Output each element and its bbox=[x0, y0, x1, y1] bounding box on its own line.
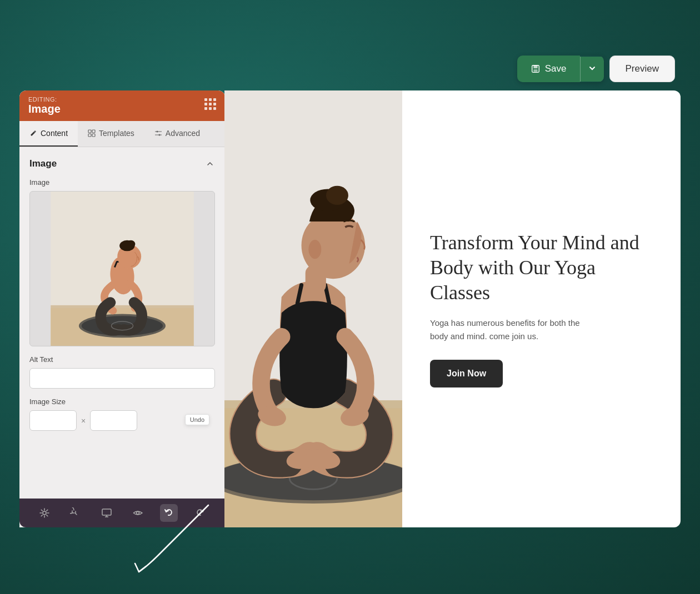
pencil-icon bbox=[29, 129, 37, 137]
svg-rect-1 bbox=[533, 66, 537, 68]
svg-point-41 bbox=[326, 186, 348, 205]
svg-point-27 bbox=[137, 512, 139, 515]
image-width-input[interactable] bbox=[29, 410, 77, 431]
svg-rect-4 bbox=[92, 130, 95, 133]
svg-point-42 bbox=[308, 240, 321, 259]
tab-content[interactable]: Content bbox=[19, 121, 78, 147]
desktop-icon-btn[interactable] bbox=[98, 504, 116, 522]
svg-rect-24 bbox=[102, 509, 111, 515]
tab-advanced-label: Advanced bbox=[166, 129, 200, 138]
main-content: EDITING: Image Content bbox=[19, 90, 681, 527]
preview-button[interactable]: Preview bbox=[609, 56, 675, 82]
tab-content-label: Content bbox=[41, 129, 68, 138]
grid-icon bbox=[204, 98, 216, 110]
undo-tooltip: Undo bbox=[185, 414, 209, 425]
templates-icon bbox=[88, 129, 96, 137]
tab-templates[interactable]: Templates bbox=[78, 121, 144, 147]
section-title: Image bbox=[29, 158, 57, 169]
svg-line-23 bbox=[76, 514, 77, 515]
redo-icon bbox=[194, 507, 206, 519]
svg-point-21 bbox=[43, 511, 46, 515]
content-description: Yoga has numerous benefits for both the … bbox=[430, 316, 586, 343]
redo-icon-btn[interactable] bbox=[191, 504, 209, 522]
settings-icon bbox=[39, 507, 50, 519]
panel-title: Image bbox=[28, 103, 61, 115]
save-icon bbox=[531, 64, 541, 74]
svg-rect-3 bbox=[88, 130, 91, 133]
image-preview-box[interactable] bbox=[29, 191, 215, 346]
editing-label: EDITING: bbox=[28, 96, 61, 103]
yoga-preview-image bbox=[30, 192, 214, 346]
save-button-group: Save bbox=[517, 56, 604, 82]
eye-icon bbox=[132, 507, 143, 519]
svg-point-9 bbox=[156, 131, 158, 133]
alt-text-label: Alt Text bbox=[29, 355, 215, 364]
undo-icon-btn[interactable] bbox=[160, 504, 178, 522]
save-label: Save bbox=[545, 63, 567, 74]
canvas-yoga-image bbox=[224, 90, 402, 527]
image-size-label: Image Size bbox=[29, 397, 215, 406]
collapse-icon[interactable] bbox=[205, 159, 215, 169]
left-panel: EDITING: Image Content bbox=[19, 90, 225, 527]
tab-advanced[interactable]: Advanced bbox=[144, 121, 210, 147]
desktop-icon bbox=[101, 507, 112, 519]
join-now-button[interactable]: Join Now bbox=[430, 360, 503, 387]
eye-icon-btn[interactable] bbox=[129, 504, 147, 522]
svg-rect-5 bbox=[88, 134, 91, 137]
preview-label: Preview bbox=[626, 63, 659, 74]
size-separator: × bbox=[81, 416, 86, 425]
section-header: Image bbox=[29, 158, 215, 169]
history-icon bbox=[70, 507, 81, 519]
image-height-input[interactable] bbox=[90, 410, 137, 431]
undo-icon bbox=[163, 507, 174, 519]
canvas-panel: Transform Your Mind and Body with Our Yo… bbox=[224, 90, 681, 527]
join-now-label: Join Now bbox=[447, 369, 486, 378]
svg-rect-6 bbox=[92, 134, 95, 137]
canvas-content-section: Transform Your Mind and Body with Our Yo… bbox=[402, 90, 681, 527]
panel-body: Image Image bbox=[19, 147, 225, 499]
content-heading: Transform Your Mind and Body with Our Yo… bbox=[430, 230, 653, 305]
svg-point-19 bbox=[127, 240, 136, 248]
alt-text-input[interactable] bbox=[29, 368, 215, 389]
image-field-label: Image bbox=[29, 178, 215, 187]
tab-templates-label: Templates bbox=[99, 129, 134, 138]
chevron-down-icon bbox=[588, 64, 596, 72]
panel-tabs: Content Templates bbox=[19, 121, 225, 147]
history-icon-btn[interactable] bbox=[67, 504, 84, 522]
save-dropdown-button[interactable] bbox=[580, 57, 604, 82]
svg-rect-2 bbox=[533, 69, 537, 72]
svg-point-10 bbox=[158, 134, 160, 136]
undo-label: Undo bbox=[190, 416, 204, 423]
settings-icon-btn[interactable] bbox=[36, 504, 53, 522]
canvas-image-section bbox=[224, 90, 402, 527]
bottom-toolbar bbox=[19, 499, 225, 527]
top-toolbar: Save Preview bbox=[19, 56, 681, 90]
sliders-icon bbox=[154, 129, 162, 137]
panel-header: EDITING: Image bbox=[19, 90, 225, 121]
image-size-row: × Undo bbox=[29, 410, 215, 431]
save-button[interactable]: Save bbox=[517, 56, 580, 82]
